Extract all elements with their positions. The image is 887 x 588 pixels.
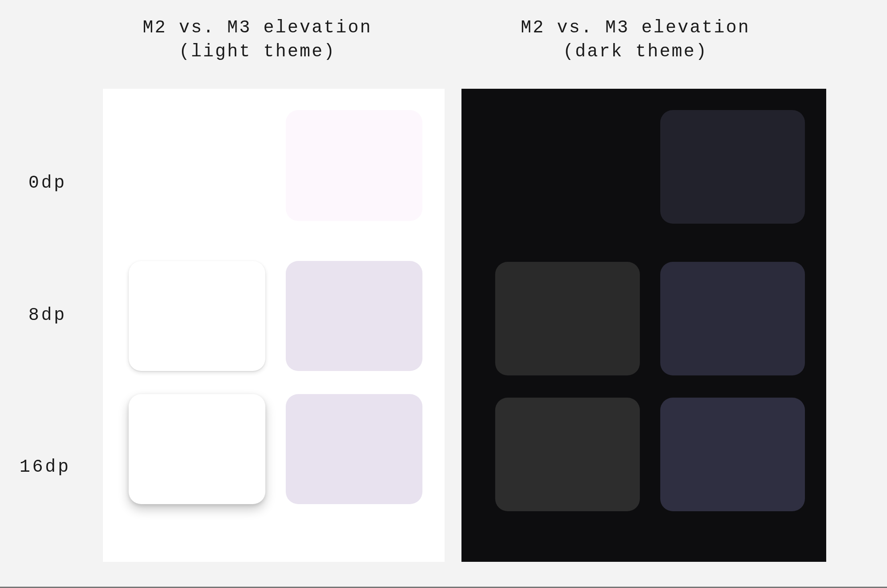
light-m2-16dp-card <box>129 394 265 504</box>
row-label-8dp: 8dp <box>28 305 67 325</box>
light-m2-8dp-card <box>129 261 265 371</box>
light-m3-8dp-card <box>286 261 422 371</box>
dark-m3-0dp-card <box>660 110 805 224</box>
dark-theme-panel <box>461 89 826 562</box>
dark-m2-8dp-card <box>495 262 640 375</box>
dark-m3-16dp-card <box>660 398 805 511</box>
light-m3-16dp-card <box>286 394 422 504</box>
row-label-0dp: 0dp <box>28 173 67 193</box>
dark-m2-16dp-card <box>495 398 640 511</box>
title-light-theme: M2 vs. M3 elevation (light theme) <box>71 16 444 64</box>
light-theme-panel <box>103 89 445 562</box>
title-dark-theme: M2 vs. M3 elevation (dark theme) <box>449 16 822 64</box>
light-m3-0dp-card <box>286 110 422 221</box>
dark-m3-8dp-card <box>660 262 805 375</box>
elevation-comparison-diagram: M2 vs. M3 elevation (light theme) M2 vs.… <box>0 0 887 588</box>
row-label-16dp: 16dp <box>20 457 71 477</box>
